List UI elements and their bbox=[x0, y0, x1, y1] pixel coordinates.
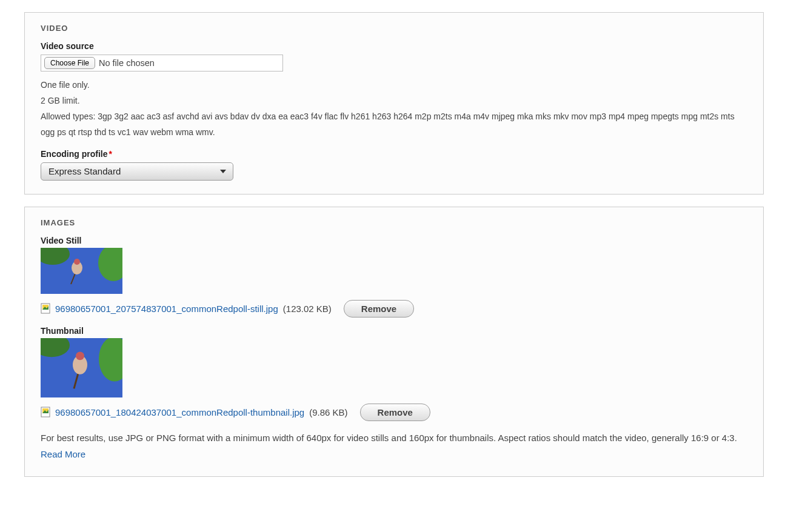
thumbnail-image bbox=[41, 338, 122, 397]
images-help-text: For best results, use JPG or PNG format … bbox=[41, 430, 747, 464]
video-still-remove-button[interactable]: Remove bbox=[344, 300, 414, 318]
hint-allowed-types: Allowed types: 3gp 3g2 aac ac3 asf avchd… bbox=[41, 109, 747, 141]
svg-point-14 bbox=[76, 351, 84, 360]
video-source-hints: One file only. 2 GB limit. Allowed types… bbox=[41, 78, 747, 141]
encoding-profile-label: Encoding profile* bbox=[41, 149, 747, 159]
thumbnail-label: Thumbnail bbox=[41, 326, 747, 336]
video-panel: VIDEO Video source Choose File No file c… bbox=[24, 12, 764, 195]
thumbnail-filesize: (9.86 KB) bbox=[309, 407, 347, 417]
encoding-profile-value[interactable]: Express Standard bbox=[41, 162, 233, 181]
video-source-file-input[interactable]: Choose File No file chosen bbox=[41, 55, 283, 71]
thumbnail-remove-button[interactable]: Remove bbox=[360, 404, 430, 421]
video-still-label: Video Still bbox=[41, 236, 747, 245]
encoding-profile-select[interactable]: Express Standard bbox=[41, 162, 233, 181]
image-file-icon bbox=[41, 303, 50, 314]
video-still-group: Video Still 96980657001_207574837001_com… bbox=[41, 236, 747, 318]
video-still-filename-link[interactable]: 96980657001_207574837001_commonRedpoll-s… bbox=[55, 304, 278, 314]
thumbnail-group: Thumbnail 96980657001_180424037001_commo… bbox=[41, 326, 747, 421]
required-asterisk: * bbox=[109, 149, 112, 159]
images-help-body: For best results, use JPG or PNG format … bbox=[41, 433, 737, 443]
hint-size-limit: 2 GB limit. bbox=[41, 93, 747, 109]
images-panel-title: IMAGES bbox=[41, 218, 747, 227]
no-file-chosen-text: No file chosen bbox=[99, 58, 155, 68]
video-panel-title: VIDEO bbox=[41, 24, 747, 33]
choose-file-button[interactable]: Choose File bbox=[44, 57, 95, 69]
read-more-link[interactable]: Read More bbox=[41, 449, 85, 459]
video-source-label: Video source bbox=[41, 41, 747, 51]
image-file-icon bbox=[41, 407, 50, 417]
video-still-thumbnail bbox=[41, 248, 122, 294]
images-panel: IMAGES Video Still 96980657001_207574837… bbox=[24, 207, 764, 477]
video-still-file-row: 96980657001_207574837001_commonRedpoll-s… bbox=[41, 300, 747, 318]
video-still-filesize: (123.02 KB) bbox=[283, 304, 332, 314]
thumbnail-file-row: 96980657001_180424037001_commonRedpoll-t… bbox=[41, 404, 747, 421]
svg-point-5 bbox=[74, 259, 80, 265]
hint-one-file: One file only. bbox=[41, 78, 747, 93]
thumbnail-filename-link[interactable]: 96980657001_180424037001_commonRedpoll-t… bbox=[55, 407, 304, 417]
